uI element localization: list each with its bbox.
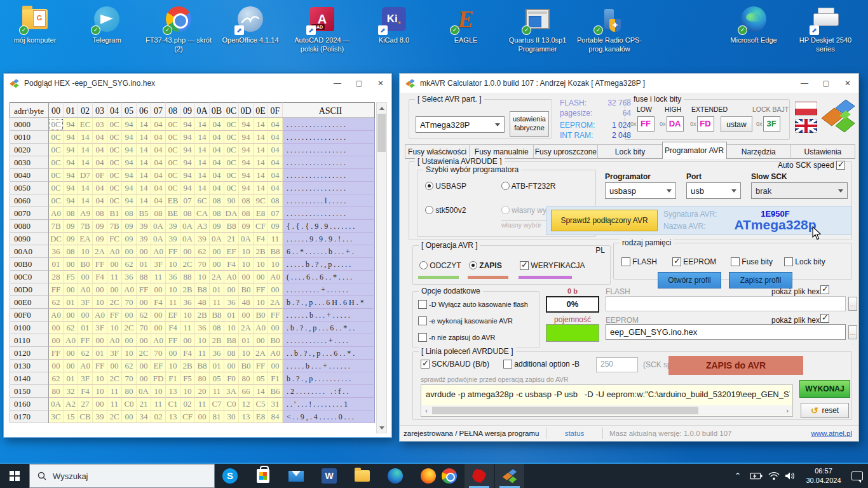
hex-cell[interactable]: 10 xyxy=(268,258,283,271)
hex-cell[interactable]: F4 xyxy=(78,385,93,398)
hex-cell[interactable]: 36 xyxy=(210,347,224,360)
hex-cell[interactable]: 00 xyxy=(64,360,78,372)
execute-button[interactable]: WYKONAJ xyxy=(799,380,850,398)
hex-cell[interactable]: 14 xyxy=(78,156,93,169)
hex-cell[interactable]: 2B xyxy=(210,334,224,347)
taskbar-icon-chrome[interactable] xyxy=(435,464,464,488)
hex-cell[interactable]: B5 xyxy=(137,207,151,220)
hex-cell[interactable]: 00 xyxy=(180,245,195,258)
programmer-select[interactable]: usbasp xyxy=(605,182,676,199)
low-fuse-value[interactable]: FF xyxy=(637,116,654,132)
hex-cell[interactable]: F1 xyxy=(268,372,283,385)
hex-cell[interactable]: D7 xyxy=(78,169,93,182)
hex-cell[interactable]: 36 xyxy=(224,296,239,309)
hex-cell[interactable]: 09 xyxy=(93,220,107,233)
hex-cell[interactable]: 10 xyxy=(239,347,254,360)
hex-cell[interactable]: 36 xyxy=(166,271,180,283)
hex-cell[interactable]: 00 xyxy=(64,309,78,322)
high-fuse-field[interactable]: 0xDA xyxy=(660,116,684,132)
hex-cell[interactable]: 62 xyxy=(64,322,78,334)
hex-cell[interactable]: F4 xyxy=(151,296,166,309)
hex-cell[interactable]: 08 xyxy=(268,194,283,207)
hex-cell[interactable]: BE xyxy=(166,207,180,220)
hex-cell[interactable]: DA xyxy=(224,207,239,220)
desktop-icon-autocad[interactable]: A AutoCAD 2024 — polski (Polish) xyxy=(289,5,355,54)
taskbar-icon-explorer[interactable] xyxy=(348,464,377,488)
hex-cell[interactable]: 02 xyxy=(180,398,195,410)
hex-cell[interactable]: 00 xyxy=(254,334,268,347)
command-box[interactable]: avrdude -p atmega328p -c usbasp -P usb -… xyxy=(421,384,793,417)
hex-cell[interactable]: 14 xyxy=(137,144,151,156)
hex-cell[interactable]: B8 xyxy=(195,283,210,296)
taskbar-search[interactable]: Wyszukaj xyxy=(29,464,215,488)
hex-cell[interactable]: 94 xyxy=(239,169,254,182)
hex-cell[interactable]: 01 xyxy=(49,258,64,271)
hex-cell[interactable]: 3F xyxy=(93,322,107,334)
hex-cell[interactable]: 14 xyxy=(137,131,151,144)
hex-cell[interactable]: 04 xyxy=(151,182,166,194)
hex-cell[interactable]: 04 xyxy=(268,118,283,131)
hex-cell[interactable]: 3C xyxy=(49,410,64,423)
hex-cell[interactable]: 00 xyxy=(122,334,137,347)
hex-cell[interactable]: 00 xyxy=(49,334,64,347)
hex-cell[interactable]: 04 xyxy=(268,156,283,169)
hex-cell[interactable]: B8 xyxy=(268,245,283,258)
show-flash-hex-checkbox[interactable] xyxy=(820,285,829,294)
hex-cell[interactable]: 80 xyxy=(49,385,64,398)
hex-cell[interactable]: 10 xyxy=(93,385,107,398)
hex-cell[interactable]: EF xyxy=(224,245,239,258)
start-button[interactable] xyxy=(0,464,29,488)
hex-cell[interactable]: 88 xyxy=(137,271,151,283)
wifi-icon[interactable] xyxy=(765,464,783,488)
hex-cell[interactable]: 00 xyxy=(78,309,93,322)
hex-cell[interactable]: 27 xyxy=(78,398,93,410)
hex-cell[interactable]: 70 xyxy=(137,322,151,334)
hex-cell[interactable]: 2C xyxy=(122,322,137,334)
hex-cell[interactable]: 09 xyxy=(239,220,254,233)
hex-cell[interactable]: 14 xyxy=(254,182,268,194)
desktop-icon-quartus[interactable]: Quartus II 13.0sp1 Programmer xyxy=(505,5,571,54)
hex-cell[interactable]: 09 xyxy=(122,220,137,233)
hex-cell[interactable]: 00 xyxy=(122,410,137,423)
hex-cell[interactable]: 15 xyxy=(64,410,78,423)
desktop-icon-hp-printer[interactable]: HP Deskjet 2540 series xyxy=(792,5,858,54)
hex-cell[interactable]: 09 xyxy=(210,220,224,233)
hex-cell[interactable]: F5 xyxy=(180,372,195,385)
hex-cell[interactable]: FF xyxy=(93,360,107,372)
hex-cell[interactable]: 94 xyxy=(64,169,78,182)
desktop-icon-kicad[interactable]: Ki. KiCad 8.0 xyxy=(361,5,427,45)
hex-cell[interactable]: 00 xyxy=(64,283,78,296)
hex-cell[interactable]: 94 xyxy=(64,144,78,156)
hex-cell[interactable]: 09 xyxy=(122,233,137,245)
hex-cell[interactable]: 48 xyxy=(239,296,254,309)
hex-cell[interactable]: 2A xyxy=(93,245,107,258)
hex-cell[interactable]: 04 xyxy=(268,182,283,194)
minimize-icon[interactable]: — xyxy=(327,74,348,93)
hex-cell[interactable]: 66 xyxy=(239,385,254,398)
hex-cell[interactable]: 94 xyxy=(122,131,137,144)
hex-cell[interactable]: 10 xyxy=(195,334,210,347)
hex-cell[interactable]: 94 xyxy=(180,118,195,131)
hex-cell[interactable]: 36 xyxy=(49,245,64,258)
hex-cell[interactable]: A0 xyxy=(78,360,93,372)
hex-cell[interactable]: F1 xyxy=(166,372,180,385)
hex-cell[interactable]: 62 xyxy=(137,309,151,322)
hex-cell[interactable]: 04 xyxy=(268,169,283,182)
hex-cell[interactable]: 04 xyxy=(93,144,107,156)
battery-icon[interactable] xyxy=(747,464,765,488)
hex-cell[interactable]: 94 xyxy=(239,156,254,169)
hex-window-titlebar[interactable]: Podgląd HEX -eep_GEN_SYG.ino.hex — ▢ ✕ xyxy=(4,74,391,93)
hex-cell[interactable]: 10 xyxy=(107,322,122,334)
hex-cell[interactable]: 34 xyxy=(137,410,151,423)
hex-cell[interactable]: FF xyxy=(78,334,93,347)
lock-bits-checkbox[interactable]: Lock bity xyxy=(784,257,825,266)
hex-cell[interactable]: 36 xyxy=(195,322,210,334)
hex-cell[interactable]: 01 xyxy=(93,347,107,360)
low-fuse-field[interactable]: 0xFF xyxy=(630,116,654,132)
hex-cell[interactable]: 7B xyxy=(78,220,93,233)
hex-cell[interactable]: 08 xyxy=(180,207,195,220)
hex-cell[interactable]: 00 xyxy=(254,271,268,283)
hex-cell[interactable]: 08 xyxy=(64,245,78,258)
hex-cell[interactable]: 11 xyxy=(210,385,224,398)
sck-speed-input[interactable]: 250 xyxy=(596,357,638,372)
